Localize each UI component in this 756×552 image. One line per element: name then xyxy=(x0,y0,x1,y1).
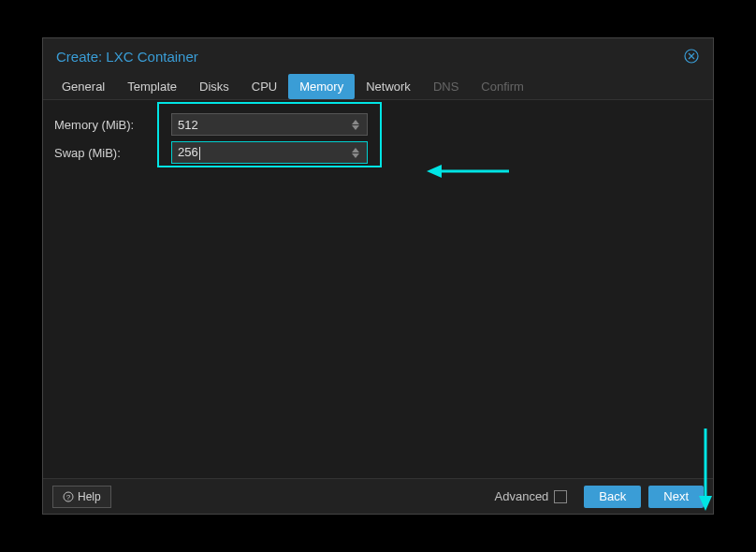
chevron-up-icon xyxy=(352,148,359,153)
wizard-tabs: General Template Disks CPU Memory Networ… xyxy=(43,70,713,100)
swap-row: Swap (MiB): 256 xyxy=(54,141,702,164)
dialog-header: Create: LXC Container xyxy=(43,38,713,70)
spinner-arrows-icon[interactable] xyxy=(350,148,361,158)
spinner-arrows-icon[interactable] xyxy=(350,120,361,130)
dialog-content: Memory (MiB): 512 Swap (MiB): 256 xyxy=(43,100,713,478)
help-button[interactable]: ? Help xyxy=(52,486,111,508)
tab-confirm: Confirm xyxy=(470,74,535,99)
swap-value: 256 xyxy=(178,145,350,160)
tab-template[interactable]: Template xyxy=(116,74,188,99)
text-cursor xyxy=(199,147,200,160)
back-button[interactable]: Back xyxy=(584,486,641,508)
swap-label: Swap (MiB): xyxy=(54,146,171,160)
memory-value: 512 xyxy=(178,118,350,132)
create-container-dialog: Create: LXC Container General Template D… xyxy=(42,37,714,515)
dialog-footer: ? Help Advanced Back Next xyxy=(43,478,713,514)
tab-cpu[interactable]: CPU xyxy=(240,74,288,99)
close-button[interactable] xyxy=(683,48,700,65)
chevron-down-icon xyxy=(352,125,359,130)
help-icon: ? xyxy=(63,491,74,502)
advanced-checkbox[interactable] xyxy=(554,490,567,503)
swap-input[interactable]: 256 xyxy=(171,141,368,164)
memory-input[interactable]: 512 xyxy=(171,113,368,136)
svg-text:?: ? xyxy=(66,493,71,501)
advanced-toggle: Advanced xyxy=(495,489,568,503)
chevron-down-icon xyxy=(352,153,359,158)
memory-label: Memory (MiB): xyxy=(54,118,171,132)
tab-memory[interactable]: Memory xyxy=(288,74,355,99)
next-button[interactable]: Next xyxy=(648,486,704,508)
memory-row: Memory (MiB): 512 xyxy=(54,113,702,136)
help-label: Help xyxy=(78,490,101,503)
tab-dns: DNS xyxy=(422,74,470,99)
tab-disks[interactable]: Disks xyxy=(188,74,240,99)
close-icon xyxy=(684,49,699,64)
dialog-title: Create: LXC Container xyxy=(56,49,198,65)
chevron-up-icon xyxy=(352,120,359,124)
advanced-label: Advanced xyxy=(495,489,549,503)
tab-general[interactable]: General xyxy=(51,74,116,99)
tab-network[interactable]: Network xyxy=(355,74,422,99)
